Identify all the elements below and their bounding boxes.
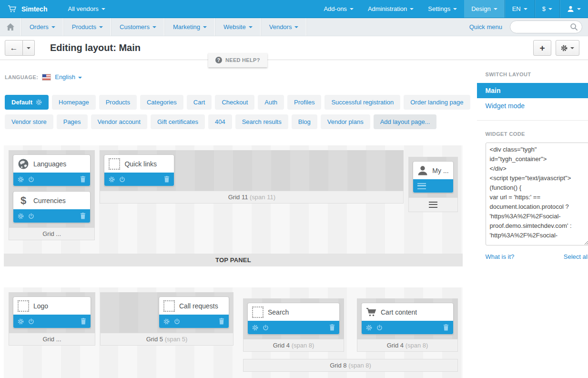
grid-label[interactable]: Grid 4 (span 8) <box>243 339 344 352</box>
power-icon[interactable] <box>174 318 180 325</box>
trash-icon[interactable] <box>329 324 335 331</box>
language-select[interactable]: English <box>55 73 82 81</box>
widget-block-cart-content[interactable]: Cart content <box>361 303 454 335</box>
grid-label[interactable]: Grid 11 (span 11) <box>100 191 404 204</box>
widget-block-search[interactable]: Search <box>247 303 340 335</box>
tab-auth[interactable]: Auth <box>258 95 284 110</box>
power-icon[interactable] <box>119 176 125 183</box>
gear-icon[interactable] <box>36 99 42 105</box>
power-icon[interactable] <box>28 176 34 183</box>
widget-block-languages[interactable]: Languages <box>13 154 91 186</box>
tab-categories[interactable]: Categories <box>140 95 183 110</box>
home-button[interactable] <box>0 18 21 36</box>
tab-default[interactable]: Default <box>5 95 49 110</box>
grid-label[interactable] <box>408 197 458 212</box>
currency-dropdown[interactable]: $ <box>535 0 559 18</box>
grid-label[interactable]: Grid ... <box>9 333 95 346</box>
language-dropdown[interactable]: EN <box>505 0 535 18</box>
tab-pages[interactable]: Pages <box>57 114 88 129</box>
tab-profiles[interactable]: Profiles <box>287 95 321 110</box>
widget-block-my-account[interactable]: My ... <box>413 161 454 193</box>
trash-icon[interactable] <box>219 318 224 325</box>
trash-icon[interactable] <box>80 176 86 183</box>
nav-customers[interactable]: Customers <box>112 18 165 36</box>
add-layout-page-button[interactable]: Add layout page... <box>374 114 437 129</box>
nav-products[interactable]: Products <box>64 18 112 36</box>
top-panel-section[interactable]: TOP PANEL <box>4 254 463 266</box>
quick-menu-link[interactable]: Quick menu <box>469 23 502 31</box>
gear-icon[interactable] <box>18 213 24 219</box>
user-account-dropdown[interactable] <box>559 0 588 18</box>
tab-404[interactable]: 404 <box>208 114 232 129</box>
trash-icon[interactable] <box>164 176 170 183</box>
menu-design[interactable]: Design <box>464 0 504 18</box>
tab-products[interactable]: Products <box>99 95 137 110</box>
widget-toolbar <box>13 315 91 328</box>
search-icon[interactable] <box>570 23 578 31</box>
admin-navbar: Orders Products Customers Marketing Webs… <box>0 18 588 36</box>
grid-label[interactable]: Grid 4 (span 8) <box>357 339 458 352</box>
menu-addons[interactable]: Add-ons <box>316 0 360 18</box>
tab-vendor-plans[interactable]: Vendor plans <box>321 114 370 129</box>
power-icon[interactable] <box>28 213 34 219</box>
back-button[interactable]: ← <box>5 40 23 56</box>
caret-down-icon <box>453 8 457 10</box>
widget-block-currencies[interactable]: $ Currencies <box>13 191 91 223</box>
nav-vendors[interactable]: Vendors <box>261 18 307 36</box>
grid-name: Grid 5 <box>146 336 163 343</box>
widget-head: Search <box>248 303 339 321</box>
sidebar-links: What is it? Select all <box>486 253 588 260</box>
gear-icon[interactable] <box>366 325 372 331</box>
grid-label[interactable]: Grid ... <box>9 227 95 240</box>
settings-dropdown-button[interactable] <box>556 40 579 56</box>
sidebar-item-main[interactable]: Main <box>477 83 588 98</box>
brand-name[interactable]: Simtech <box>21 5 47 13</box>
widget-toolbar <box>159 315 229 328</box>
menu-administration[interactable]: Administration <box>361 0 421 18</box>
trash-icon[interactable] <box>81 318 86 325</box>
tab-vendor-store[interactable]: Vendor store <box>5 114 53 129</box>
add-button[interactable]: + <box>533 40 551 56</box>
menu-settings[interactable]: Settings <box>421 0 464 18</box>
gear-icon[interactable] <box>109 176 115 183</box>
nav-marketing[interactable]: Marketing <box>165 18 215 36</box>
select-all-link[interactable]: Select all <box>564 253 588 260</box>
need-help-button[interactable]: ? NEED HELP? <box>208 53 267 67</box>
tab-search-results[interactable]: Search results <box>235 114 288 129</box>
what-is-it-link[interactable]: What is it? <box>486 253 515 260</box>
nav-orders[interactable]: Orders <box>21 18 64 36</box>
widget-block-logo[interactable]: Logo <box>13 296 91 328</box>
trash-icon[interactable] <box>80 213 86 219</box>
power-icon[interactable] <box>263 325 269 331</box>
widget-block-call-requests[interactable]: Call requests <box>159 296 229 328</box>
menu-icon[interactable] <box>417 183 426 189</box>
back-dropdown-button[interactable] <box>23 40 35 56</box>
tab-cart[interactable]: Cart <box>187 95 212 110</box>
tab-vendor-account[interactable]: Vendor account <box>91 114 147 129</box>
gear-icon[interactable] <box>18 318 24 325</box>
all-vendors-dropdown[interactable]: All vendors <box>61 5 112 12</box>
sidebar-item-widget-mode[interactable]: Widget mode <box>477 98 588 113</box>
widget-code-textarea[interactable]: <div class="tygh" id="tygh_container"> <… <box>486 143 588 245</box>
caret-down-icon <box>78 77 82 79</box>
trash-icon[interactable] <box>443 324 449 331</box>
tab-blog[interactable]: Blog <box>292 114 317 129</box>
gear-icon[interactable] <box>163 318 170 325</box>
gear-icon[interactable] <box>18 176 24 183</box>
tab-label: Vendor account <box>98 118 141 125</box>
layout-section-top: Languages $ <box>4 145 463 266</box>
tab-checkout[interactable]: Checkout <box>215 95 254 110</box>
tab-homepage[interactable]: Homepage <box>52 95 96 110</box>
tab-gift-certificates[interactable]: Gift certificates <box>151 114 205 129</box>
widget-head: Call requests <box>159 297 229 315</box>
nav-website[interactable]: Website <box>215 18 261 36</box>
grid-label[interactable]: Grid 5 (span 5) <box>100 333 233 346</box>
tab-successful-registration[interactable]: Successful registration <box>324 95 400 110</box>
gear-icon[interactable] <box>252 325 258 331</box>
widget-block-quick-links[interactable]: Quick links <box>104 154 174 186</box>
grid-name: Grid 4 <box>273 342 290 349</box>
power-icon[interactable] <box>376 325 383 331</box>
grid-label[interactable]: Grid 8 (span 8) <box>243 359 458 372</box>
power-icon[interactable] <box>28 318 34 325</box>
tab-order-landing-page[interactable]: Order landing page <box>404 95 470 110</box>
